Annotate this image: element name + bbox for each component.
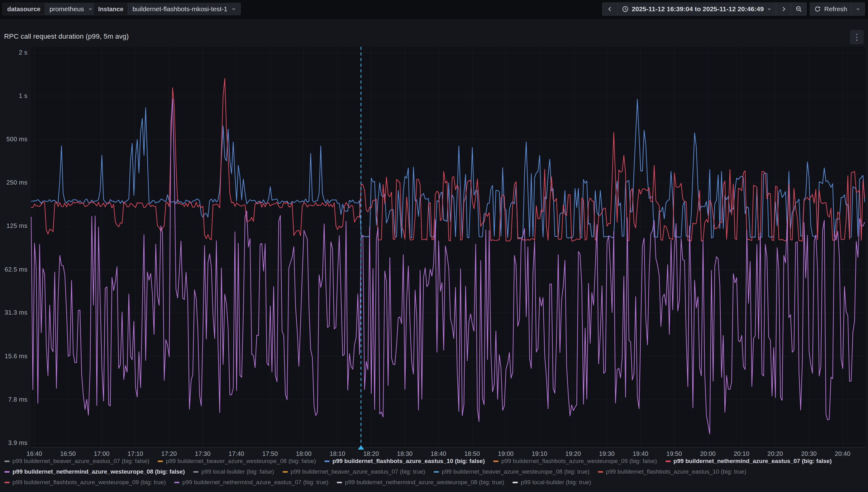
- time-shift-forward-button[interactable]: [776, 2, 791, 16]
- legend-series-label: p99 local-builder (big: true): [521, 479, 591, 486]
- y-tick-label: 15.6 ms: [0, 353, 27, 360]
- legend-series-label: p99 buildernet_flashbots_azure_westeurop…: [501, 458, 657, 465]
- legend-item[interactable]: p99 buildernet_nethermind_azure_westeuro…: [4, 468, 185, 475]
- y-tick-label: 2 s: [0, 49, 27, 56]
- legend-item[interactable]: p99 buildernet_nethermind_azure_eastus_0…: [665, 458, 832, 465]
- legend-item[interactable]: p99 buildernet_nethermind_azure_eastus_0…: [174, 479, 328, 486]
- legend-row: p99 buildernet_beaver_azure_eastus_07 (b…: [0, 456, 868, 466]
- legend-series-swatch: [324, 461, 330, 462]
- legend-series-label: p99 buildernet_flashbots_azure_eastus_10…: [333, 458, 485, 465]
- instance-value[interactable]: buildernet-flashbots-mkosi-test-1: [128, 3, 240, 15]
- legend-item[interactable]: p99 buildernet_flashbots_azure_westeurop…: [493, 458, 657, 465]
- time-range-text: 2025-11-12 16:39:04 to 2025-11-12 20:46:…: [632, 5, 764, 13]
- time-controls: 2025-11-12 16:39:04 to 2025-11-12 20:46:…: [602, 2, 865, 16]
- legend-series-label: p99 buildernet_beaver_azure_westeurope_0…: [442, 468, 589, 475]
- panel-title: RPC call request duration (p99, 5m avg): [4, 32, 129, 41]
- y-tick-label: 62.5 ms: [0, 266, 27, 273]
- legend-series-swatch: [434, 471, 439, 473]
- y-tick-label: 250 ms: [0, 179, 27, 186]
- legend-item[interactable]: p99 buildernet_nethermind_azure_westeuro…: [337, 479, 504, 486]
- legend-series-swatch: [512, 482, 518, 483]
- refresh-label: Refresh: [824, 5, 847, 13]
- y-tick-label: 1 s: [0, 92, 27, 99]
- legend-item[interactable]: p99 buildernet_beaver_azure_eastus_07 (b…: [283, 468, 425, 475]
- kebab-icon: ⋮: [853, 33, 861, 42]
- timeseries-panel: [0, 19, 868, 492]
- legend-row: p99 buildernet_nethermind_azure_westeuro…: [0, 466, 868, 477]
- legend-item[interactable]: p99 buildernet_beaver_azure_westeurope_0…: [158, 458, 316, 465]
- legend-item[interactable]: p99 buildernet_flashbots_azure_eastus_10…: [324, 458, 485, 465]
- y-tick-label: 31.3 ms: [0, 309, 27, 316]
- legend-item[interactable]: p99 local-builder (big: false): [193, 468, 274, 475]
- legend-series-swatch: [665, 461, 671, 462]
- refresh-button[interactable]: Refresh: [810, 2, 851, 16]
- time-shift-back-button[interactable]: [602, 2, 618, 16]
- legend-row: p99 buildernet_flashbots_azure_westeurop…: [0, 477, 868, 488]
- chevron-down-icon: [88, 6, 93, 11]
- legend-series-swatch: [493, 461, 499, 462]
- dashboard-submenu-bar: datasource prometheus Instance builderne…: [0, 0, 868, 18]
- y-tick-label: 125 ms: [0, 222, 27, 229]
- legend-series-label: p99 buildernet_beaver_azure_westeurope_0…: [166, 458, 316, 465]
- legend-series-label: p99 buildernet_nethermind_azure_westeuro…: [12, 468, 185, 475]
- legend-series-label: p99 buildernet_nethermind_azure_eastus_0…: [182, 479, 328, 486]
- zoom-out-button[interactable]: [791, 2, 807, 16]
- datasource-picker[interactable]: datasource prometheus: [2, 3, 98, 15]
- legend-series-label: p99 buildernet_beaver_azure_eastus_07 (b…: [291, 468, 425, 475]
- instance-value-text: buildernet-flashbots-mkosi-test-1: [132, 5, 228, 13]
- legend-series-swatch: [337, 482, 342, 483]
- legend-series-swatch: [193, 471, 199, 473]
- legend: p99 buildernet_beaver_azure_eastus_07 (b…: [0, 456, 868, 488]
- time-range-picker[interactable]: 2025-11-12 16:39:04 to 2025-11-12 20:46:…: [617, 2, 777, 16]
- y-tick-label: 500 ms: [0, 136, 27, 143]
- legend-item[interactable]: p99 buildernet_beaver_azure_eastus_07 (b…: [4, 458, 149, 465]
- refresh-icon: [814, 6, 821, 13]
- chevron-right-icon: [780, 6, 787, 13]
- legend-series-label: p99 buildernet_beaver_azure_eastus_07 (b…: [12, 458, 149, 465]
- chevron-down-icon: [767, 6, 772, 11]
- y-tick-label: 7.8 ms: [0, 396, 27, 403]
- legend-series-label: p99 buildernet_nethermind_azure_eastus_0…: [674, 458, 832, 465]
- legend-series-label: p99 buildernet_flashbots_azure_eastus_10…: [606, 468, 746, 475]
- legend-series-label: p99 buildernet_nethermind_azure_westeuro…: [345, 479, 504, 486]
- clock-icon: [622, 6, 629, 13]
- chevron-down-icon: [231, 6, 236, 11]
- legend-item[interactable]: p99 buildernet_beaver_azure_westeurope_0…: [434, 468, 589, 475]
- legend-item[interactable]: p99 buildernet_flashbots_azure_eastus_10…: [598, 468, 746, 475]
- chevron-down-icon: [856, 6, 861, 11]
- refresh-group: Refresh: [810, 2, 865, 16]
- time-picker-group: 2025-11-12 16:39:04 to 2025-11-12 20:46:…: [602, 2, 807, 16]
- legend-series-swatch: [174, 482, 180, 483]
- chevron-left-icon: [607, 6, 613, 13]
- legend-series-swatch: [4, 482, 10, 483]
- instance-label: Instance: [94, 3, 128, 15]
- datasource-value[interactable]: prometheus: [45, 3, 97, 15]
- zoom-out-icon: [795, 6, 802, 13]
- grafana-dashboard: datasource prometheus Instance builderne…: [0, 0, 868, 492]
- instance-picker[interactable]: Instance buildernet-flashbots-mkosi-test…: [94, 3, 241, 15]
- y-tick-label: 3.9 ms: [0, 439, 27, 446]
- legend-series-swatch: [283, 471, 288, 473]
- legend-item[interactable]: p99 buildernet_flashbots_azure_westeurop…: [4, 479, 166, 486]
- legend-item[interactable]: p99 local-builder (big: true): [512, 479, 591, 486]
- legend-series-swatch: [598, 471, 603, 473]
- legend-series-swatch: [4, 461, 10, 462]
- legend-series-swatch: [158, 461, 163, 462]
- legend-series-swatch: [4, 471, 10, 473]
- datasource-value-text: prometheus: [50, 5, 84, 13]
- legend-series-label: p99 buildernet_flashbots_azure_westeurop…: [12, 479, 166, 486]
- legend-series-label: p99 local-builder (big: false): [201, 468, 274, 475]
- datasource-label: datasource: [3, 3, 45, 15]
- refresh-interval-dropdown[interactable]: [851, 2, 865, 16]
- panel-menu-button[interactable]: ⋮: [850, 30, 864, 44]
